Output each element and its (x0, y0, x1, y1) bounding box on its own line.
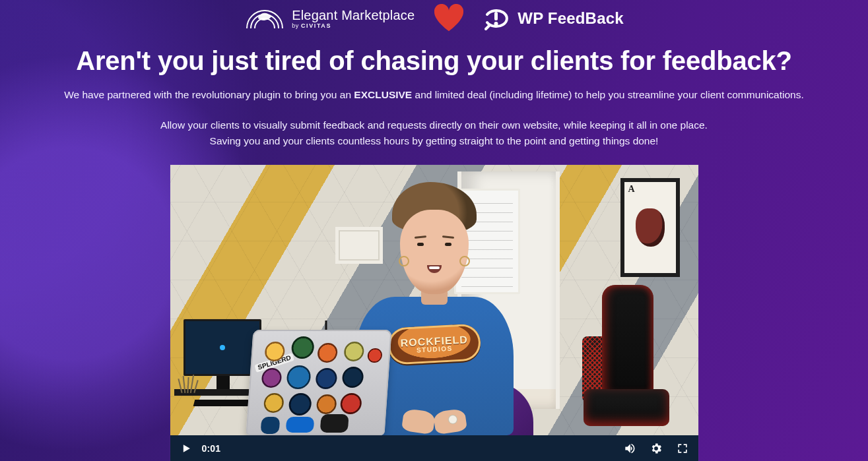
elegant-marketplace-text: Elegant Marketplace (292, 9, 415, 22)
volume-icon (623, 442, 636, 455)
subheadline-deal: We have partnered with the revolutionary… (51, 87, 817, 103)
partner-logo-bar: Elegant Marketplace by CIVITAS WP FeedBa… (0, 0, 868, 33)
svg-point-1 (494, 22, 498, 26)
play-button[interactable] (174, 437, 198, 460)
settings-button[interactable] (644, 437, 668, 460)
fullscreen-icon (676, 442, 689, 455)
elegant-marketplace-byline: by CIVITAS (292, 23, 415, 29)
wp-feedback-text: WP FeedBack (517, 9, 624, 28)
play-icon (180, 442, 193, 455)
video-current-time: 0:01 (202, 443, 221, 454)
wp-feedback-glyph-icon (483, 5, 510, 32)
svg-rect-0 (494, 12, 498, 20)
video-frame: ROCKFIELD STUDIOS SPLIGERD (170, 165, 698, 435)
elegant-marketplace-logo: Elegant Marketplace by CIVITAS (244, 6, 415, 31)
video-control-bar: 0:01 (170, 435, 698, 461)
elegant-marketplace-arc-icon (244, 6, 285, 31)
tshirt-logo: ROCKFIELD STUDIOS (387, 323, 481, 365)
subheadline-benefit: Allow your clients to visually submit fe… (111, 117, 758, 149)
promo-video-player[interactable]: ROCKFIELD STUDIOS SPLIGERD (170, 165, 698, 461)
video-scene-framed-art (620, 178, 680, 277)
fullscreen-button[interactable] (671, 437, 694, 460)
heart-icon (433, 4, 465, 33)
gear-icon (650, 442, 663, 455)
video-scene-chair (568, 270, 680, 435)
volume-button[interactable] (618, 437, 642, 460)
page-headline: Aren't you just tired of chasing your cl… (0, 46, 868, 75)
video-scene-laptop: SPLIGERD (246, 330, 391, 435)
wp-feedback-logo: WP FeedBack (483, 5, 624, 32)
